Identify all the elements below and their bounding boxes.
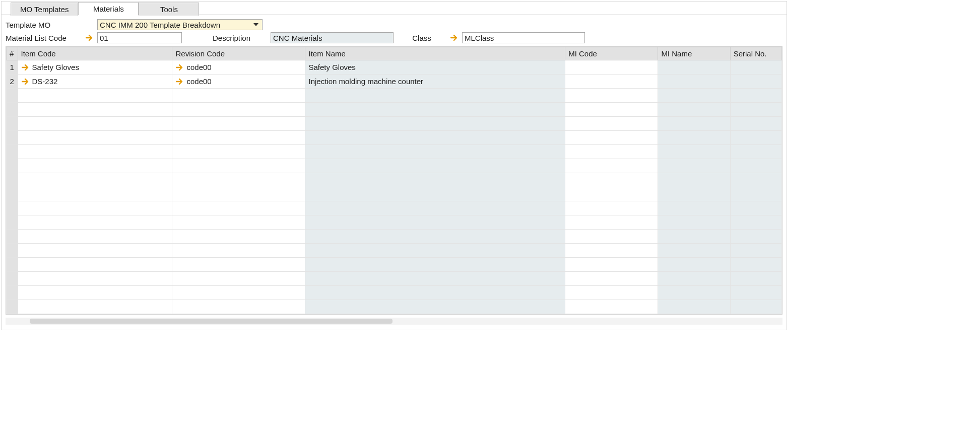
table-row[interactable] <box>7 272 782 286</box>
lookup-arrow-icon[interactable] <box>21 63 30 72</box>
cell-mi-code[interactable] <box>565 272 658 286</box>
cell-mi-code[interactable] <box>565 286 658 300</box>
cell-mi-code[interactable] <box>565 117 658 131</box>
table-row[interactable] <box>7 201 782 215</box>
tab-mo-templates[interactable]: MO Templates <box>11 3 78 16</box>
cell-mi-code[interactable] <box>565 145 658 159</box>
cell-revision-code[interactable] <box>172 159 305 173</box>
table-row[interactable] <box>7 89 782 103</box>
cell-item-code[interactable] <box>18 300 172 314</box>
cell-item-code[interactable] <box>18 159 172 173</box>
cell-serial-no <box>730 117 781 131</box>
cell-revision-code[interactable]: code00 <box>172 74 305 89</box>
table-row[interactable] <box>7 187 782 201</box>
cell-item-code[interactable] <box>18 187 172 201</box>
cell-revision-code[interactable] <box>172 230 305 244</box>
cell-item-code[interactable]: Safety Gloves <box>18 60 172 74</box>
material-list-code-value: 01 <box>100 34 108 42</box>
cell-revision-code[interactable] <box>172 258 305 272</box>
lookup-arrow-icon[interactable] <box>175 63 184 72</box>
table-row[interactable] <box>7 173 782 187</box>
cell-item-code[interactable] <box>18 117 172 131</box>
cell-mi-code[interactable] <box>565 244 658 258</box>
cell-revision-code[interactable] <box>172 215 305 230</box>
table-row[interactable] <box>7 159 782 173</box>
cell-mi-code[interactable] <box>565 173 658 187</box>
table-row[interactable] <box>7 117 782 131</box>
table-row[interactable] <box>7 103 782 117</box>
cell-item-code[interactable] <box>18 145 172 159</box>
lookup-arrow-icon[interactable] <box>21 77 30 86</box>
cell-mi-code[interactable] <box>565 74 658 89</box>
revision-code-value: code00 <box>186 77 211 86</box>
chevron-down-icon[interactable] <box>251 20 261 29</box>
cell-item-name <box>305 286 565 300</box>
cell-revision-code[interactable] <box>172 300 305 314</box>
cell-revision-code[interactable] <box>172 89 305 103</box>
cell-revision-code[interactable] <box>172 187 305 201</box>
cell-revision-code[interactable] <box>172 117 305 131</box>
cell-item-code[interactable] <box>18 103 172 117</box>
cell-item-code[interactable] <box>18 89 172 103</box>
cell-mi-code[interactable] <box>565 187 658 201</box>
cell-item-code[interactable] <box>18 131 172 145</box>
lookup-arrow-icon[interactable] <box>450 33 459 42</box>
cell-revision-code[interactable] <box>172 244 305 258</box>
table-row[interactable]: 2DS-232code00Injection molding machine c… <box>7 74 782 89</box>
col-header-item-name[interactable]: Item Name <box>305 47 565 60</box>
table-row[interactable] <box>7 145 782 159</box>
cell-item-code[interactable]: DS-232 <box>18 74 172 89</box>
col-header-mi-code[interactable]: MI Code <box>565 47 658 60</box>
table-row[interactable] <box>7 258 782 272</box>
cell-mi-code[interactable] <box>565 60 658 74</box>
cell-revision-code[interactable] <box>172 131 305 145</box>
col-header-revision-code[interactable]: Revision Code <box>172 47 305 60</box>
cell-revision-code[interactable] <box>172 145 305 159</box>
cell-revision-code[interactable] <box>172 286 305 300</box>
cell-item-code[interactable] <box>18 258 172 272</box>
table-row[interactable]: 1Safety Glovescode00Safety Gloves <box>7 60 782 74</box>
cell-item-code[interactable] <box>18 215 172 230</box>
material-list-code-input[interactable]: 01 <box>97 32 182 43</box>
cell-mi-code[interactable] <box>565 159 658 173</box>
col-header-num[interactable]: # <box>7 47 18 60</box>
cell-mi-name <box>658 117 730 131</box>
description-input[interactable]: CNC Materials <box>271 32 394 43</box>
col-header-mi-name[interactable]: MI Name <box>658 47 730 60</box>
cell-item-code[interactable] <box>18 272 172 286</box>
cell-mi-code[interactable] <box>565 230 658 244</box>
cell-mi-code[interactable] <box>565 131 658 145</box>
tab-materials[interactable]: Materials <box>78 2 139 15</box>
cell-item-code[interactable] <box>18 244 172 258</box>
cell-mi-code[interactable] <box>565 258 658 272</box>
cell-mi-code[interactable] <box>565 300 658 314</box>
cell-item-code[interactable] <box>18 286 172 300</box>
cell-mi-code[interactable] <box>565 103 658 117</box>
table-row[interactable] <box>7 286 782 300</box>
cell-revision-code[interactable] <box>172 103 305 117</box>
cell-mi-code[interactable] <box>565 215 658 230</box>
cell-item-code[interactable] <box>18 173 172 187</box>
lookup-arrow-icon[interactable] <box>175 77 184 86</box>
table-row[interactable] <box>7 131 782 145</box>
col-header-serial-no[interactable]: Serial No. <box>730 47 781 60</box>
cell-revision-code[interactable]: code00 <box>172 60 305 74</box>
cell-item-code[interactable] <box>18 201 172 215</box>
horizontal-scrollbar[interactable] <box>6 318 782 325</box>
cell-revision-code[interactable] <box>172 201 305 215</box>
table-row[interactable] <box>7 244 782 258</box>
cell-mi-code[interactable] <box>565 201 658 215</box>
cell-mi-code[interactable] <box>565 89 658 103</box>
template-mo-dropdown[interactable]: CNC IMM 200 Template Breakdown <box>97 19 263 30</box>
tab-tools[interactable]: Tools <box>139 3 199 16</box>
cell-item-code[interactable] <box>18 230 172 244</box>
cell-revision-code[interactable] <box>172 272 305 286</box>
class-input[interactable]: MLClass <box>462 32 585 43</box>
table-row[interactable] <box>7 215 782 230</box>
lookup-arrow-icon[interactable] <box>85 33 94 42</box>
col-header-item-code[interactable]: Item Code <box>18 47 172 60</box>
scrollbar-thumb[interactable] <box>30 319 393 324</box>
cell-revision-code[interactable] <box>172 173 305 187</box>
table-row[interactable] <box>7 300 782 314</box>
table-row[interactable] <box>7 230 782 244</box>
